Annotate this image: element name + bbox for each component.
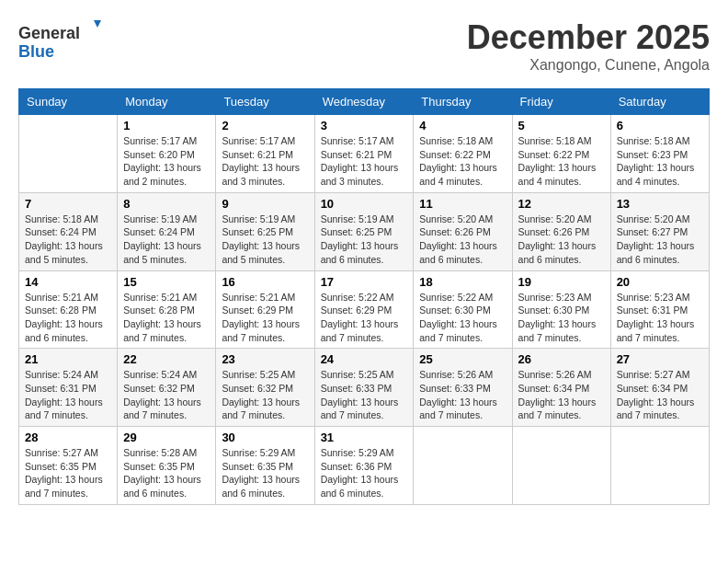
calendar-cell: 30Sunrise: 5:29 AM Sunset: 6:35 PM Dayli… [216, 427, 314, 505]
svg-text:General: General [18, 24, 80, 42]
day-number: 13 [617, 197, 703, 211]
calendar-cell: 3Sunrise: 5:17 AM Sunset: 6:21 PM Daylig… [314, 115, 414, 193]
calendar-cell: 12Sunrise: 5:20 AM Sunset: 6:26 PM Dayli… [512, 192, 610, 270]
day-info: Sunrise: 5:25 AM Sunset: 6:33 PM Dayligh… [321, 368, 408, 422]
calendar-cell: 19Sunrise: 5:23 AM Sunset: 6:30 PM Dayli… [512, 270, 610, 349]
day-number: 3 [321, 119, 408, 132]
day-info: Sunrise: 5:27 AM Sunset: 6:35 PM Dayligh… [25, 446, 111, 500]
weekday-header: Saturday [610, 89, 709, 115]
weekday-header: Tuesday [216, 89, 314, 115]
calendar-cell: 15Sunrise: 5:21 AM Sunset: 6:28 PM Dayli… [118, 270, 216, 349]
location: Xangongo, Cunene, Angola [467, 57, 710, 74]
day-number: 18 [419, 275, 506, 289]
calendar-cell: 13Sunrise: 5:20 AM Sunset: 6:27 PM Dayli… [610, 192, 709, 270]
weekday-header: Friday [512, 89, 610, 115]
calendar-cell: 28Sunrise: 5:27 AM Sunset: 6:35 PM Dayli… [19, 427, 118, 505]
day-info: Sunrise: 5:29 AM Sunset: 6:35 PM Dayligh… [222, 446, 308, 500]
day-info: Sunrise: 5:22 AM Sunset: 6:30 PM Dayligh… [419, 291, 506, 345]
calendar-week-row: 28Sunrise: 5:27 AM Sunset: 6:35 PM Dayli… [19, 427, 710, 505]
day-info: Sunrise: 5:24 AM Sunset: 6:31 PM Dayligh… [25, 368, 111, 422]
day-number: 30 [222, 431, 308, 444]
title-block: December 2025 Xangongo, Cunene, Angola [467, 18, 710, 74]
calendar-cell [512, 427, 610, 505]
day-info: Sunrise: 5:19 AM Sunset: 6:25 PM Dayligh… [222, 213, 308, 267]
calendar-cell: 20Sunrise: 5:23 AM Sunset: 6:31 PM Dayli… [610, 270, 709, 349]
day-info: Sunrise: 5:17 AM Sunset: 6:21 PM Dayligh… [321, 134, 408, 189]
day-info: Sunrise: 5:21 AM Sunset: 6:28 PM Dayligh… [123, 291, 210, 345]
day-info: Sunrise: 5:26 AM Sunset: 6:33 PM Dayligh… [419, 368, 506, 422]
day-info: Sunrise: 5:20 AM Sunset: 6:26 PM Dayligh… [419, 213, 506, 267]
calendar-cell: 29Sunrise: 5:28 AM Sunset: 6:35 PM Dayli… [118, 427, 216, 505]
calendar-cell: 31Sunrise: 5:29 AM Sunset: 6:36 PM Dayli… [314, 427, 414, 505]
day-info: Sunrise: 5:18 AM Sunset: 6:22 PM Dayligh… [518, 134, 605, 189]
day-number: 21 [25, 352, 111, 366]
day-number: 28 [25, 431, 111, 444]
month-title: December 2025 [467, 18, 710, 57]
day-number: 31 [321, 431, 408, 444]
day-info: Sunrise: 5:18 AM Sunset: 6:22 PM Dayligh… [419, 134, 506, 189]
day-number: 12 [518, 197, 605, 211]
calendar-week-row: 7Sunrise: 5:18 AM Sunset: 6:24 PM Daylig… [19, 192, 710, 270]
calendar-cell: 22Sunrise: 5:24 AM Sunset: 6:32 PM Dayli… [118, 349, 216, 427]
day-number: 27 [617, 352, 703, 366]
day-number: 5 [518, 119, 605, 132]
day-number: 17 [321, 275, 408, 289]
day-info: Sunrise: 5:22 AM Sunset: 6:29 PM Dayligh… [321, 291, 408, 345]
calendar-week-row: 1Sunrise: 5:17 AM Sunset: 6:20 PM Daylig… [19, 115, 710, 193]
day-info: Sunrise: 5:17 AM Sunset: 6:21 PM Dayligh… [222, 134, 308, 189]
day-number: 9 [222, 197, 308, 211]
day-number: 14 [25, 275, 111, 289]
day-info: Sunrise: 5:21 AM Sunset: 6:29 PM Dayligh… [222, 291, 308, 345]
day-info: Sunrise: 5:19 AM Sunset: 6:25 PM Dayligh… [321, 213, 408, 267]
calendar-cell: 24Sunrise: 5:25 AM Sunset: 6:33 PM Dayli… [314, 349, 414, 427]
day-number: 1 [123, 119, 210, 132]
weekday-header: Sunday [19, 89, 118, 115]
svg-marker-1 [94, 20, 101, 28]
calendar-cell [19, 115, 118, 193]
day-number: 29 [123, 431, 210, 444]
calendar-header-row: SundayMondayTuesdayWednesdayThursdayFrid… [19, 89, 710, 115]
day-info: Sunrise: 5:23 AM Sunset: 6:31 PM Dayligh… [617, 291, 703, 345]
calendar-cell: 8Sunrise: 5:19 AM Sunset: 6:24 PM Daylig… [118, 192, 216, 270]
day-info: Sunrise: 5:20 AM Sunset: 6:26 PM Dayligh… [518, 213, 605, 267]
day-number: 23 [222, 352, 308, 366]
calendar-cell: 27Sunrise: 5:27 AM Sunset: 6:34 PM Dayli… [610, 349, 709, 427]
day-number: 4 [419, 119, 506, 132]
calendar-cell: 1Sunrise: 5:17 AM Sunset: 6:20 PM Daylig… [118, 115, 216, 193]
day-number: 6 [617, 119, 703, 132]
calendar-cell: 18Sunrise: 5:22 AM Sunset: 6:30 PM Dayli… [414, 270, 512, 349]
day-number: 22 [123, 352, 210, 366]
calendar-cell: 10Sunrise: 5:19 AM Sunset: 6:25 PM Dayli… [314, 192, 414, 270]
calendar-body: 1Sunrise: 5:17 AM Sunset: 6:20 PM Daylig… [19, 115, 710, 505]
calendar-cell: 6Sunrise: 5:18 AM Sunset: 6:23 PM Daylig… [610, 115, 709, 193]
day-info: Sunrise: 5:24 AM Sunset: 6:32 PM Dayligh… [123, 368, 210, 422]
day-number: 16 [222, 275, 308, 289]
calendar-cell: 14Sunrise: 5:21 AM Sunset: 6:28 PM Dayli… [19, 270, 118, 349]
day-info: Sunrise: 5:18 AM Sunset: 6:23 PM Dayligh… [617, 134, 703, 189]
day-info: Sunrise: 5:25 AM Sunset: 6:32 PM Dayligh… [222, 368, 308, 422]
day-info: Sunrise: 5:27 AM Sunset: 6:34 PM Dayligh… [617, 368, 703, 422]
logo: General Blue [18, 18, 101, 63]
calendar-cell: 16Sunrise: 5:21 AM Sunset: 6:29 PM Dayli… [216, 270, 314, 349]
calendar-cell: 23Sunrise: 5:25 AM Sunset: 6:32 PM Dayli… [216, 349, 314, 427]
calendar-table: SundayMondayTuesdayWednesdayThursdayFrid… [18, 88, 710, 505]
page-header: General Blue December 2025 Xangongo, Cun… [18, 18, 710, 74]
day-number: 15 [123, 275, 210, 289]
day-number: 26 [518, 352, 605, 366]
day-info: Sunrise: 5:20 AM Sunset: 6:27 PM Dayligh… [617, 213, 703, 267]
day-number: 20 [617, 275, 703, 289]
calendar-week-row: 21Sunrise: 5:24 AM Sunset: 6:31 PM Dayli… [19, 349, 710, 427]
svg-text:Blue: Blue [18, 42, 54, 61]
day-number: 24 [321, 352, 408, 366]
weekday-header: Thursday [414, 89, 512, 115]
calendar-cell: 9Sunrise: 5:19 AM Sunset: 6:25 PM Daylig… [216, 192, 314, 270]
calendar-cell: 25Sunrise: 5:26 AM Sunset: 6:33 PM Dayli… [414, 349, 512, 427]
day-number: 19 [518, 275, 605, 289]
day-info: Sunrise: 5:21 AM Sunset: 6:28 PM Dayligh… [25, 291, 111, 345]
day-info: Sunrise: 5:26 AM Sunset: 6:34 PM Dayligh… [518, 368, 605, 422]
weekday-header: Monday [118, 89, 216, 115]
day-info: Sunrise: 5:19 AM Sunset: 6:24 PM Dayligh… [123, 213, 210, 267]
day-number: 11 [419, 197, 506, 211]
calendar-cell: 2Sunrise: 5:17 AM Sunset: 6:21 PM Daylig… [216, 115, 314, 193]
calendar-cell: 4Sunrise: 5:18 AM Sunset: 6:22 PM Daylig… [414, 115, 512, 193]
